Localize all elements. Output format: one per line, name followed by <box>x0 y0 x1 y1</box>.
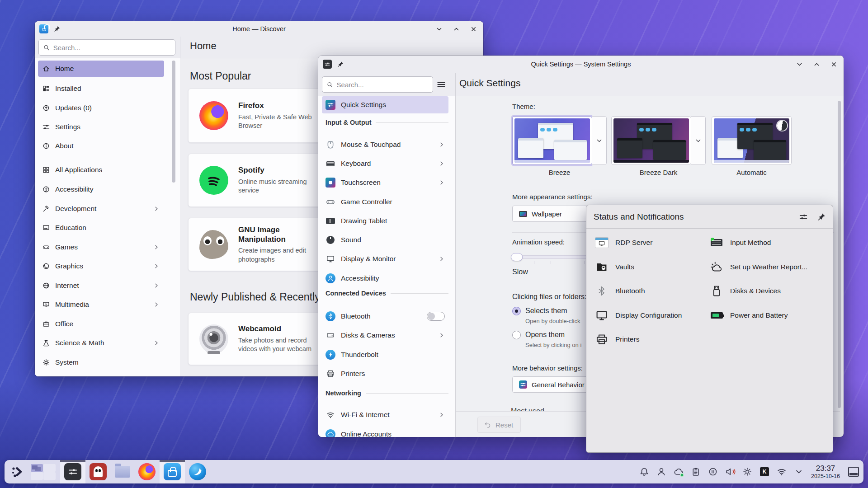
sidebar-item-accessibility[interactable]: Accessibility <box>322 270 448 287</box>
sidebar-item-development[interactable]: Development <box>38 201 164 217</box>
sidebar-item-office[interactable]: Office <box>38 316 164 332</box>
slider-handle[interactable] <box>511 253 523 261</box>
popup-item-power-battery[interactable]: Power and Battery <box>709 308 788 323</box>
popup-item-printers[interactable]: Printers <box>594 332 639 347</box>
sidebar-item-thunderbolt[interactable]: Thunderbolt <box>322 346 448 363</box>
sidebar-item-drawing-tablet[interactable]: Drawing Tablet <box>322 212 448 230</box>
sidebar-item-sound[interactable]: Sound <box>322 231 448 249</box>
breeze-dark-dropdown-button[interactable] <box>691 116 706 165</box>
selects-them-radio[interactable] <box>512 307 521 315</box>
pager-desktop-1[interactable] <box>31 464 43 472</box>
minimize-button[interactable] <box>434 23 444 34</box>
app-launcher-button[interactable] <box>11 465 24 479</box>
sidebar-item-multimedia[interactable]: Multimedia <box>38 296 164 313</box>
sidebar-item-settings[interactable]: Settings <box>38 119 164 135</box>
discover-search[interactable] <box>38 39 175 56</box>
clipboard-icon[interactable] <box>689 464 703 479</box>
sidebar-scrollbar[interactable] <box>172 61 175 183</box>
wallpaper-button[interactable]: Wallpaper <box>512 206 598 222</box>
close-button[interactable] <box>828 59 839 70</box>
user-icon[interactable] <box>655 464 668 479</box>
chevron-right-icon <box>439 256 445 262</box>
popup-item-weather-report[interactable]: Set up Weather Report... <box>709 259 807 275</box>
popup-item-bluetooth[interactable]: Bluetooth <box>594 283 645 299</box>
sidebar-item-all-applications[interactable]: All Applications <box>38 162 164 178</box>
task-falkon[interactable] <box>185 460 210 483</box>
breeze-dropdown-button[interactable] <box>592 116 607 165</box>
theme-card-automatic[interactable] <box>712 116 792 165</box>
popup-item-rdp-server[interactable]: RDP Server <box>594 235 652 250</box>
sidebar-item-accessibility[interactable]: Accessibility <box>38 181 164 197</box>
section-heading: Networking <box>326 389 448 397</box>
sidebar-item-games[interactable]: Games <box>38 239 164 255</box>
sidebar-item-about[interactable]: About <box>38 138 164 154</box>
sidebar-item-graphics[interactable]: Graphics <box>38 258 164 274</box>
wifi-icon[interactable] <box>775 464 788 479</box>
pin-icon[interactable] <box>337 61 344 67</box>
virtual-desktop-pager[interactable] <box>31 464 56 480</box>
maximize-button[interactable] <box>451 23 462 34</box>
discover-titlebar[interactable]: Home — Discover <box>35 21 483 37</box>
configure-sliders-icon[interactable] <box>799 213 807 221</box>
cloud-sync-icon[interactable] <box>672 464 685 479</box>
task-firefox[interactable] <box>134 460 160 483</box>
popup-item-vaults[interactable]: Vaults <box>594 259 634 275</box>
sidebar-item-internet[interactable]: Internet <box>38 277 164 294</box>
sidebar-item-mouse-touchpad[interactable]: Mouse & Touchpad <box>322 136 448 153</box>
sidebar-item-system[interactable]: System <box>38 354 164 371</box>
notifications-bell-icon[interactable] <box>637 464 651 479</box>
show-desktop-button[interactable] <box>848 467 859 477</box>
sidebar-item-education[interactable]: Education <box>38 220 164 236</box>
sidebar-item-installed[interactable]: Installed <box>38 80 164 97</box>
popup-item-disks-devices[interactable]: Disks & Devices <box>709 283 781 299</box>
sidebar-item-label: Keyboard <box>341 160 371 168</box>
keyboard-layout-indicator[interactable]: K <box>758 464 771 479</box>
close-button[interactable] <box>468 23 479 34</box>
sidebar-item-online-accounts[interactable]: Online Accounts <box>322 426 448 437</box>
sidebar-item-updates[interactable]: Updates (0) <box>38 100 164 116</box>
search-input[interactable] <box>53 44 170 52</box>
tray-expand-chevron-icon[interactable] <box>792 464 806 479</box>
popup-item-display-configuration[interactable]: Display Configuration <box>594 308 682 323</box>
sidebar-item-bluetooth[interactable]: Bluetooth <box>322 308 448 325</box>
theme-card-breeze-dark[interactable] <box>611 116 691 165</box>
pin-icon[interactable] <box>54 26 60 32</box>
settings-titlebar[interactable]: Quick Settings — System Settings <box>318 56 844 73</box>
hamburger-menu-button[interactable] <box>437 80 446 89</box>
bluetooth-toggle[interactable] <box>427 312 445 321</box>
task-ghostwriter[interactable] <box>85 460 111 483</box>
task-dolphin[interactable] <box>111 460 134 483</box>
minimize-button[interactable] <box>794 59 805 70</box>
maximize-button[interactable] <box>811 59 822 70</box>
reset-button[interactable]: Reset <box>477 417 521 433</box>
slider-tick <box>585 261 585 264</box>
sidebar-item-wifi-internet[interactable]: Wi-Fi & Internet <box>322 406 448 423</box>
theme-card-breeze[interactable] <box>512 116 592 165</box>
task-discover[interactable] <box>160 460 185 483</box>
pager-desktop-3[interactable] <box>31 472 43 480</box>
search-input[interactable] <box>337 81 428 89</box>
media-pause-icon[interactable] <box>706 464 720 479</box>
sidebar-item-game-controller[interactable]: Game Controller <box>322 193 448 211</box>
content-scrollbar[interactable] <box>838 101 841 408</box>
sidebar-item-keyboard[interactable]: Keyboard <box>322 155 448 172</box>
section-heading: Most Popular <box>190 70 251 82</box>
sidebar-item-home[interactable]: Home <box>38 61 164 77</box>
popup-item-input-method[interactable]: Input Method <box>709 235 771 250</box>
pin-icon[interactable] <box>817 213 826 221</box>
animation-speed-label: Animation speed: <box>512 238 565 246</box>
opens-them-radio[interactable] <box>512 331 521 339</box>
sidebar-item-quick-settings[interactable]: Quick Settings <box>322 96 448 113</box>
task-system-settings[interactable] <box>60 460 85 483</box>
sidebar-item-touchscreen[interactable]: Touchscreen <box>322 174 448 191</box>
volume-icon[interactable] <box>723 464 737 479</box>
digital-clock[interactable]: 23:37 2025-10-16 <box>811 464 840 479</box>
settings-search[interactable] <box>322 76 433 93</box>
sidebar-item-disks-cameras[interactable]: Disks & Cameras <box>322 327 448 344</box>
brightness-icon[interactable] <box>741 464 754 479</box>
sidebar-item-science-math[interactable]: Science & Math <box>38 335 164 351</box>
sidebar-item-printers[interactable]: Printers <box>322 365 448 382</box>
pager-desktop-4[interactable] <box>43 472 56 480</box>
sidebar-item-display-monitor[interactable]: Display & Monitor <box>322 250 448 267</box>
pager-desktop-2[interactable] <box>43 464 56 472</box>
